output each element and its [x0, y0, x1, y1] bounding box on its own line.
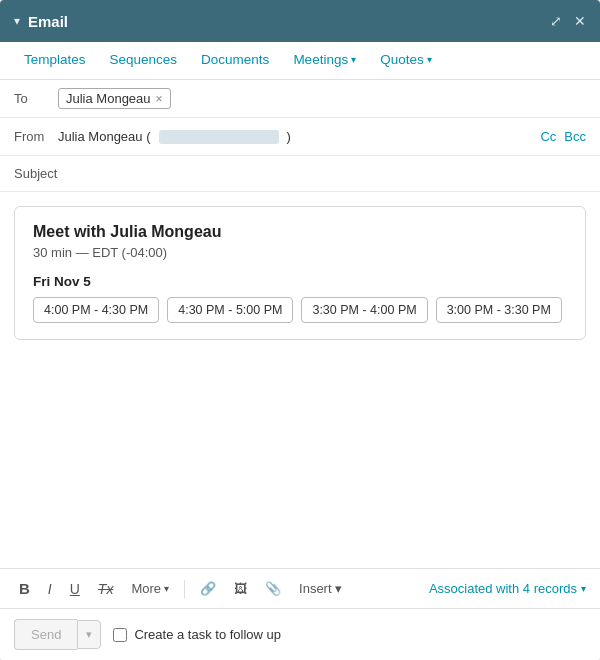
- footer: Send ▾ Create a task to follow up: [0, 608, 600, 660]
- bcc-button[interactable]: Bcc: [564, 129, 586, 144]
- link-button[interactable]: [195, 578, 221, 599]
- tab-sequences[interactable]: Sequences: [100, 42, 188, 79]
- subject-label: Subject: [14, 166, 64, 181]
- toolbar: B I U Tx More ▾ Insert ▾ Associ: [0, 568, 600, 608]
- expand-icon[interactable]: ⤢: [550, 13, 562, 29]
- image-button[interactable]: [229, 578, 252, 599]
- meeting-title: Meet with Julia Mongeau: [33, 223, 567, 241]
- task-checkbox-input[interactable]: [113, 628, 127, 642]
- task-label: Create a task to follow up: [134, 627, 281, 642]
- more-button[interactable]: More ▾: [126, 578, 174, 599]
- from-suffix: ): [287, 129, 291, 144]
- cc-bcc-group: Cc Bcc: [540, 129, 586, 144]
- associated-button[interactable]: Associated with 4 records ▾: [429, 581, 586, 596]
- from-email-hidden: [159, 130, 279, 144]
- underline-button[interactable]: U: [65, 578, 85, 600]
- time-slot-2[interactable]: 3:30 PM - 4:00 PM: [301, 297, 427, 323]
- bold-button[interactable]: B: [14, 577, 35, 600]
- email-body: Meet with Julia Mongeau 30 min — EDT (-0…: [0, 192, 600, 568]
- insert-dropdown-arrow: ▾: [335, 581, 342, 596]
- subject-field-row: Subject: [0, 156, 600, 192]
- tab-templates[interactable]: Templates: [14, 42, 96, 79]
- attachment-icon: [265, 581, 281, 596]
- recipient-name: Julia Mongeau: [66, 91, 151, 106]
- toolbar-divider-1: [184, 580, 185, 598]
- remove-recipient-button[interactable]: ×: [156, 92, 163, 106]
- email-window: ▾ Email ⤢ ✕ Templates Sequences Document…: [0, 0, 600, 660]
- recipient-tag[interactable]: Julia Mongeau ×: [58, 88, 171, 109]
- quotes-dropdown-arrow: ▾: [427, 54, 432, 65]
- attachment-button[interactable]: [260, 578, 286, 599]
- tab-meetings[interactable]: Meetings ▾: [283, 42, 366, 79]
- subject-input[interactable]: [64, 166, 586, 181]
- send-button[interactable]: Send: [14, 619, 77, 650]
- chevron-down-icon[interactable]: ▾: [14, 14, 20, 28]
- tab-quotes[interactable]: Quotes ▾: [370, 42, 442, 79]
- title-bar-left: ▾ Email: [14, 13, 68, 30]
- send-dropdown-button[interactable]: ▾: [77, 620, 101, 649]
- meeting-meta: 30 min — EDT (-04:00): [33, 245, 567, 260]
- to-field-row: To Julia Mongeau ×: [0, 80, 600, 118]
- time-slot-0[interactable]: 4:00 PM - 4:30 PM: [33, 297, 159, 323]
- meeting-date: Fri Nov 5: [33, 274, 567, 289]
- task-checkbox-label[interactable]: Create a task to follow up: [113, 627, 281, 642]
- nav-tabs: Templates Sequences Documents Meetings ▾…: [0, 42, 600, 80]
- title-bar: ▾ Email ⤢ ✕: [0, 0, 600, 42]
- time-slots: 4:00 PM - 4:30 PM 4:30 PM - 5:00 PM 3:30…: [33, 297, 567, 323]
- from-name: Julia Mongeau (: [58, 129, 151, 144]
- time-slot-1[interactable]: 4:30 PM - 5:00 PM: [167, 297, 293, 323]
- meeting-card: Meet with Julia Mongeau 30 min — EDT (-0…: [14, 206, 586, 340]
- strikethrough-button[interactable]: Tx: [93, 578, 119, 600]
- associated-dropdown-arrow: ▾: [581, 583, 586, 594]
- cc-button[interactable]: Cc: [540, 129, 556, 144]
- to-field-value: Julia Mongeau ×: [58, 88, 586, 109]
- close-icon[interactable]: ✕: [574, 13, 586, 29]
- from-field-row: From Julia Mongeau ( ) Cc Bcc: [0, 118, 600, 156]
- more-dropdown-arrow: ▾: [164, 583, 169, 594]
- to-label: To: [14, 91, 58, 106]
- email-form: To Julia Mongeau × From Julia Mongeau ( …: [0, 80, 600, 660]
- send-group: Send ▾: [14, 619, 101, 650]
- from-field-value: Julia Mongeau ( ): [58, 129, 540, 144]
- image-icon: [234, 581, 247, 596]
- link-icon: [200, 581, 216, 596]
- italic-button[interactable]: I: [43, 578, 57, 600]
- window-title: Email: [28, 13, 68, 30]
- tab-documents[interactable]: Documents: [191, 42, 279, 79]
- insert-button[interactable]: Insert ▾: [294, 578, 347, 599]
- time-slot-3[interactable]: 3:00 PM - 3:30 PM: [436, 297, 562, 323]
- title-bar-right: ⤢ ✕: [550, 13, 586, 29]
- from-label: From: [14, 129, 58, 144]
- meetings-dropdown-arrow: ▾: [351, 54, 356, 65]
